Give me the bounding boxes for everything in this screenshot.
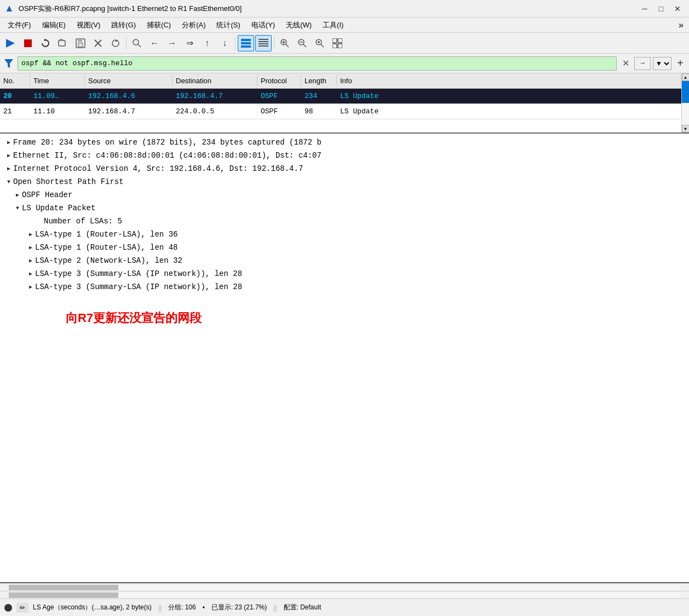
h-scrollbar-thumb-detail[interactable]	[9, 585, 118, 590]
svg-marker-0	[6, 39, 15, 48]
expand-icon-frame[interactable]: ▶	[4, 138, 13, 147]
time-display-button[interactable]	[329, 35, 346, 51]
status-edit-button[interactable]: ✏	[16, 603, 28, 613]
expand-icon-lsa2[interactable]: ▶	[26, 243, 35, 252]
expand-icon-ospf-header[interactable]: ▶	[13, 191, 22, 199]
col-header-info: Info	[337, 74, 681, 87]
detail-text-ospf: Open Shortest Path First	[13, 177, 685, 186]
menu-analyze[interactable]: 分析(A)	[176, 19, 211, 32]
close-file-button[interactable]	[90, 35, 106, 51]
scrollbar-thumb[interactable]	[682, 81, 689, 103]
menu-phone[interactable]: 电话(Y)	[246, 19, 280, 32]
open-file-button[interactable]	[55, 35, 71, 51]
detail-text-lsa3: LSA-type 2 (Network-LSA), len 32	[35, 256, 685, 265]
prev-packet-button[interactable]: ↑	[199, 35, 215, 51]
find-button[interactable]	[129, 35, 145, 51]
pkt-time-20: 11.09…	[30, 91, 85, 101]
menu-more[interactable]: »	[675, 19, 687, 32]
h-scrollbar-hex[interactable]	[0, 591, 689, 598]
packet-detail-toggle[interactable]	[255, 35, 272, 51]
svg-rect-17	[259, 43, 268, 44]
packet-rows: 20 11.09… 192.168.4.6 192.168.4.7 OSPF 2…	[0, 89, 681, 133]
expand-icon-ls-update[interactable]: ▼	[13, 204, 22, 212]
detail-text-ls-update: LS Update Packet	[22, 204, 685, 212]
packet-row-21[interactable]: 21 11.10 192.168.4.7 224.0.0.5 OSPF 98 L…	[0, 104, 681, 119]
detail-row-ls-update[interactable]: ▼ LS Update Packet	[0, 202, 689, 215]
filter-dropdown[interactable]: ▼	[653, 57, 671, 70]
menu-tools[interactable]: 工具(I)	[317, 19, 349, 32]
scrollbar-up-button[interactable]: ▲	[682, 73, 690, 81]
stop-capture-button[interactable]	[20, 35, 36, 51]
save-file-button[interactable]	[72, 35, 89, 51]
title-bar: ▲ OSPF实验-R6和R7.pcapng [switch-1 Ethernet…	[0, 0, 689, 18]
svg-line-11	[138, 44, 141, 47]
col-header-protocol: Protocol	[257, 74, 301, 87]
detail-row-lsa2[interactable]: ▶ LSA-type 1 (Router-LSA), len 48	[0, 241, 689, 254]
detail-pane: ▶ Frame 20: 234 bytes on wire (1872 bits…	[0, 134, 689, 583]
detail-row-ospf-header[interactable]: ▶ OSPF Header	[0, 188, 689, 202]
close-button[interactable]: ✕	[670, 3, 685, 15]
status-led	[4, 604, 12, 612]
next-packet-button[interactable]: ↓	[216, 35, 233, 51]
start-capture-button[interactable]	[2, 35, 19, 51]
expand-icon-lsa1[interactable]: ▶	[26, 230, 35, 239]
filter-clear-button[interactable]: ✕	[619, 57, 632, 70]
detail-row-lsa4[interactable]: ▶ LSA-type 3 (Summary-LSA (IP network)),…	[0, 267, 689, 280]
detail-text-ethernet: Ethernet II, Src: c4:06:08:8d:00:01 (c4:…	[13, 151, 685, 160]
packet-scrollbar[interactable]: ▲ ▼	[681, 73, 689, 133]
window-title: OSPF实验-R6和R7.pcapng [switch-1 Ethernet2 …	[19, 4, 242, 14]
reload-button[interactable]	[107, 35, 124, 51]
maximize-button[interactable]: □	[654, 3, 668, 15]
svg-rect-32	[338, 44, 342, 48]
detail-row-frame[interactable]: ▶ Frame 20: 234 bytes on wire (1872 bits…	[0, 136, 689, 149]
h-scrollbar-thumb-hex[interactable]	[9, 592, 118, 598]
filter-apply-button[interactable]: →	[634, 57, 651, 70]
zoom-in-button[interactable]	[277, 35, 293, 51]
pkt-src-20: 192.168.4.6	[85, 91, 173, 101]
menu-wireless[interactable]: 无线(W)	[280, 19, 317, 32]
go-to-button[interactable]: ⇒	[181, 35, 198, 51]
menu-bar: 文件(F) 编辑(E) 视图(V) 跳转(G) 捕获(C) 分析(A) 统计(S…	[0, 18, 689, 33]
zoom-reset-button[interactable]	[312, 35, 328, 51]
detail-text-num-lsas: Number of LSAs: 5	[44, 217, 685, 226]
menu-stats[interactable]: 统计(S)	[211, 19, 245, 32]
expand-icon-lsa4[interactable]: ▶	[26, 269, 35, 278]
minimize-button[interactable]: ─	[638, 3, 652, 15]
svg-rect-3	[59, 41, 65, 46]
menu-view[interactable]: 视图(V)	[71, 19, 106, 32]
col-header-no: No.	[0, 74, 30, 87]
detail-row-ip[interactable]: ▶ Internet Protocol Version 4, Src: 192.…	[0, 162, 689, 175]
go-forward-button[interactable]: →	[164, 35, 180, 51]
packet-row-20[interactable]: 20 11.09… 192.168.4.6 192.168.4.7 OSPF 2…	[0, 89, 681, 104]
packet-list-header: No. Time Source Destination Protocol Len…	[0, 73, 681, 89]
detail-row-lsa1[interactable]: ▶ LSA-type 1 (Router-LSA), len 36	[0, 228, 689, 241]
packet-list-toggle[interactable]	[238, 35, 254, 51]
detail-row-lsa3[interactable]: ▶ LSA-type 2 (Network-LSA), len 32	[0, 254, 689, 267]
detail-row-ethernet[interactable]: ▶ Ethernet II, Src: c4:06:08:8d:00:01 (c…	[0, 149, 689, 162]
expand-icon-ospf[interactable]: ▼	[4, 177, 13, 186]
menu-file[interactable]: 文件(F)	[2, 19, 37, 32]
detail-row-num-lsas[interactable]: Number of LSAs: 5	[0, 215, 689, 228]
menu-capture[interactable]: 捕获(C)	[141, 19, 176, 32]
restart-capture-button[interactable]	[37, 35, 54, 51]
filter-add-button[interactable]: +	[674, 57, 687, 70]
menu-jump[interactable]: 跳转(G)	[106, 19, 141, 32]
expand-icon-lsa3[interactable]: ▶	[26, 256, 35, 265]
expand-icon-ip[interactable]: ▶	[4, 164, 13, 173]
svg-rect-14	[241, 45, 251, 48]
detail-row-lsa5[interactable]: ▶ LSA-type 3 (Summary-LSA (IP network)),…	[0, 280, 689, 293]
go-back-button[interactable]: ←	[146, 35, 163, 51]
detail-text-lsa1: LSA-type 1 (Router-LSA), len 36	[35, 230, 685, 239]
zoom-out-button[interactable]	[294, 35, 311, 51]
col-header-time: Time	[30, 74, 85, 87]
pkt-len-21: 98	[301, 106, 337, 117]
expand-icon-ethernet[interactable]: ▶	[4, 151, 13, 160]
svg-rect-31	[332, 44, 337, 48]
expand-icon-lsa5[interactable]: ▶	[26, 283, 35, 291]
status-bar: ✏ LS Age（seconds）(…sa.age), 2 byte(s) ||…	[0, 598, 689, 616]
scrollbar-down-button[interactable]: ▼	[682, 125, 690, 133]
detail-row-ospf[interactable]: ▼ Open Shortest Path First	[0, 175, 689, 188]
h-scrollbar-detail[interactable]	[0, 583, 689, 591]
menu-edit[interactable]: 编辑(E)	[37, 19, 71, 32]
filter-input[interactable]	[18, 56, 617, 71]
